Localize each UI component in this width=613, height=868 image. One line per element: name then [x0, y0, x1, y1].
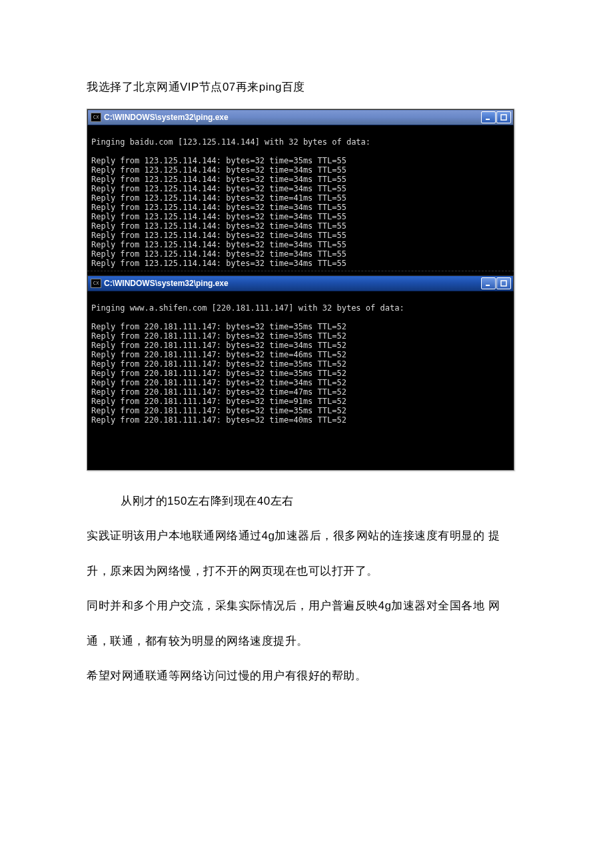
cmd-icon: cx	[91, 279, 101, 288]
window-title-1: C:\WINDOWS\system32\ping.exe	[104, 113, 229, 122]
paragraph-2: 升，原来因为网络慢，打不开的网页现在也可以打开了。	[87, 557, 526, 586]
maximize-button[interactable]	[496, 111, 511, 123]
terminal-screenshot: cx C:\WINDOWS\system32\ping.exe Pinging …	[87, 109, 514, 471]
titlebar-2: cx C:\WINDOWS\system32\ping.exe	[87, 275, 514, 291]
cmd-icon: cx	[91, 113, 101, 122]
window-title-2: C:\WINDOWS\system32\ping.exe	[104, 279, 229, 288]
titlebar-left-2: cx C:\WINDOWS\system32\ping.exe	[88, 279, 229, 288]
intro-text: 我选择了北京网通VIP节点07再来ping百度	[87, 73, 526, 102]
maximize-button[interactable]	[496, 277, 511, 289]
window-controls-1	[481, 111, 513, 123]
terminal-output-1: Pinging baidu.com [123.125.114.144] with…	[87, 125, 514, 271]
caption-text: 从刚才的150左右降到现在40左右	[87, 487, 526, 516]
terminal-output-2: Pinging www.a.shifen.com [220.181.111.14…	[87, 291, 514, 470]
paragraph-5: 希望对网通联通等网络访问过慢的用户有很好的帮助。	[87, 662, 526, 691]
document-page: 我选择了北京网通VIP节点07再来ping百度 cx C:\WINDOWS\sy…	[0, 0, 613, 737]
minimize-button[interactable]	[481, 111, 496, 123]
paragraph-4: 通，联通，都有较为明显的网络速度提升。	[87, 627, 526, 656]
clipped-line	[87, 271, 514, 275]
terminal-window-1: cx C:\WINDOWS\system32\ping.exe Pinging …	[87, 109, 514, 275]
titlebar-1: cx C:\WINDOWS\system32\ping.exe	[87, 109, 514, 125]
svg-rect-0	[486, 119, 490, 120]
minimize-button[interactable]	[481, 277, 496, 289]
svg-rect-2	[486, 285, 490, 286]
terminal-window-2: cx C:\WINDOWS\system32\ping.exe Pinging …	[87, 275, 514, 470]
window-controls-2	[481, 277, 513, 289]
titlebar-left-1: cx C:\WINDOWS\system32\ping.exe	[88, 113, 229, 122]
paragraph-1: 实践证明该用户本地联通网络通过4g加速器后，很多网站的连接速度有明显的 提	[87, 522, 526, 551]
svg-rect-1	[501, 115, 506, 120]
paragraph-3: 同时并和多个用户交流，采集实际情况后，用户普遍反映4g加速器对全国各地 网	[87, 592, 526, 621]
svg-rect-3	[501, 281, 506, 286]
